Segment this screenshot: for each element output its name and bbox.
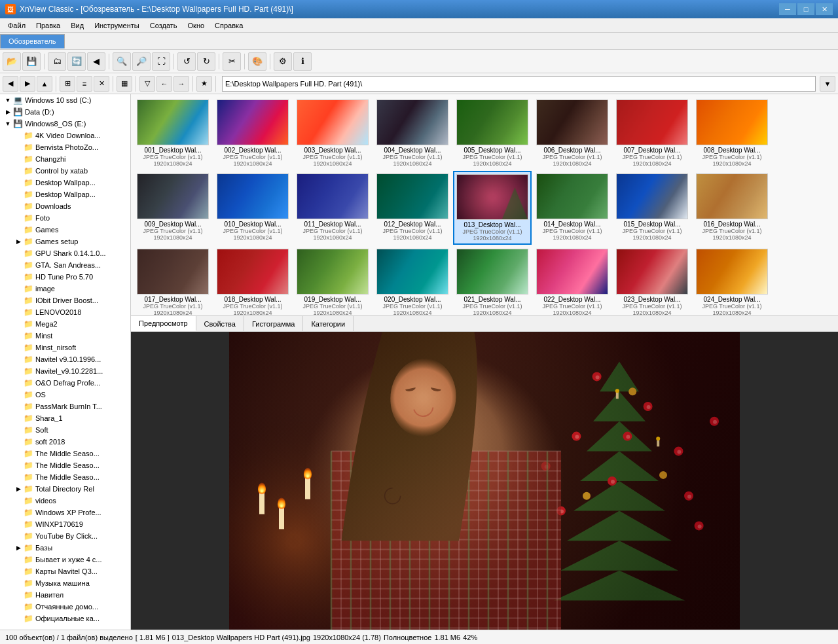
tree-item-20[interactable]: 📁Minst xyxy=(0,330,130,342)
tree-item-4[interactable]: 📁Benvista PhotoZo... xyxy=(0,141,130,153)
tree-item-22[interactable]: 📁Navitel v9.10.1996... xyxy=(0,353,130,365)
tree-item-17[interactable]: 📁IObit Driver Boost... xyxy=(0,295,130,306)
nav-forward-button[interactable]: ▶ xyxy=(20,76,35,92)
tree-item-15[interactable]: 📁HD Tune Pro 5.70 xyxy=(0,271,130,283)
tree-item-36[interactable]: 📁WINXP170619 xyxy=(0,518,130,530)
tree-expander-0[interactable]: ▼ xyxy=(3,95,13,105)
star-button[interactable]: ★ xyxy=(196,76,212,92)
tree-item-24[interactable]: 📁O&O Defrag Profe... xyxy=(0,377,130,389)
tree-item-32[interactable]: 📁The Middle Seaso... xyxy=(0,471,130,483)
thumb-item-5[interactable]: 006_Desktop Wal...JPEG TrueColor (v1.1)1… xyxy=(533,97,611,170)
zoom-out-button[interactable]: 🔎 xyxy=(132,52,151,71)
menu-item-создать[interactable]: Создать xyxy=(145,20,183,31)
tree-expander-1[interactable]: ▶ xyxy=(3,107,13,117)
nav-up-button[interactable]: ▲ xyxy=(37,76,52,92)
tree-item-23[interactable]: 📁Navitel_v9.10.2281... xyxy=(0,365,130,377)
tree-item-28[interactable]: 📁Soft xyxy=(0,424,130,436)
tree-item-26[interactable]: 📁PassMark BurnIn T... xyxy=(0,401,130,412)
thumb-item-1[interactable]: 002_Desktop Wal...JPEG TrueColor (v1.1)1… xyxy=(213,97,292,170)
filter-button[interactable]: ▽ xyxy=(139,76,155,92)
preview-tab-категории[interactable]: Категории xyxy=(303,316,354,331)
tree-item-11[interactable]: 📁Games xyxy=(0,224,130,236)
menu-item-вид[interactable]: Вид xyxy=(65,20,89,31)
tree-item-25[interactable]: 📁OS xyxy=(0,389,130,401)
thumb-item-19[interactable]: 020_Desktop Wal...JPEG TrueColor (v1.1)1… xyxy=(373,246,452,315)
color-button[interactable]: 🎨 xyxy=(248,52,266,71)
thumb-item-3[interactable]: 004_Desktop Wal...JPEG TrueColor (v1.1)1… xyxy=(373,97,452,170)
tree-item-39[interactable]: 📁Бывает и хуже 4 с... xyxy=(0,554,130,565)
tree-item-41[interactable]: 📁Музыка машина xyxy=(0,577,130,589)
tab-Обозреватель[interactable]: Обозреватель xyxy=(0,34,65,48)
tree-item-14[interactable]: 📁GTA. San Andreas... xyxy=(0,259,130,271)
tree-item-35[interactable]: 📁Windows XP Profe... xyxy=(0,507,130,518)
thumb-item-14[interactable]: 015_Desktop Wal...JPEG TrueColor (v1.1)1… xyxy=(613,171,691,245)
tree-item-38[interactable]: ▶📁Базы xyxy=(0,542,130,554)
tree-item-5[interactable]: 📁Changzhi xyxy=(0,153,130,165)
tree-item-40[interactable]: 📁Карты Navitel Q3... xyxy=(0,565,130,577)
view-list-button[interactable]: ≡ xyxy=(77,76,92,92)
thumb-item-12[interactable]: 013_Desktop Wal...JPEG TrueColor (v1.1)1… xyxy=(453,171,532,245)
tree-item-42[interactable]: 📁Навител xyxy=(0,589,130,601)
tree-item-10[interactable]: 📁Foto xyxy=(0,212,130,224)
tree-item-7[interactable]: 📁Desktop Wallpap... xyxy=(0,177,130,188)
thumb-item-0[interactable]: 001_Desktop Wal...JPEG TrueColor (v1.1)1… xyxy=(134,97,212,170)
tree-item-2[interactable]: ▼💾Windows8_OS (E:) xyxy=(0,118,130,130)
tree-item-0[interactable]: ▼💻Windows 10 ssd (C:) xyxy=(0,94,130,106)
settings-button[interactable]: ⚙ xyxy=(274,52,292,71)
thumb-item-20[interactable]: 021_Desktop Wal...JPEG TrueColor (v1.1)1… xyxy=(453,246,532,315)
back-button[interactable]: ◀ xyxy=(87,52,105,71)
thumb-item-2[interactable]: 003_Desktop Wal...JPEG TrueColor (v1.1)1… xyxy=(293,97,372,170)
preview-tab-свойства[interactable]: Свойства xyxy=(196,316,244,331)
thumb-item-15[interactable]: 016_Desktop Wal...JPEG TrueColor (v1.1)1… xyxy=(693,171,771,245)
preview-tab-гистограмма[interactable]: Гистограмма xyxy=(244,316,304,331)
menu-item-справка[interactable]: Справка xyxy=(210,20,248,31)
tree-item-6[interactable]: 📁Control by xatab xyxy=(0,165,130,177)
menu-item-окно[interactable]: Окно xyxy=(183,20,210,31)
maximize-button[interactable]: □ xyxy=(797,3,814,15)
tree-item-18[interactable]: 📁LENOVO2018 xyxy=(0,306,130,318)
nav-back-button[interactable]: ◀ xyxy=(3,76,18,92)
tree-item-31[interactable]: 📁The Middle Seaso... xyxy=(0,459,130,471)
save-button[interactable]: 💾 xyxy=(22,52,41,71)
tree-item-19[interactable]: 📁Mega2 xyxy=(0,318,130,330)
tree-expander-33[interactable]: ▶ xyxy=(13,484,24,494)
menu-item-правка[interactable]: Правка xyxy=(31,20,65,31)
tree-item-9[interactable]: 📁Downloads xyxy=(0,200,130,212)
tree-item-13[interactable]: 📁GPU Shark 0.14.1.0... xyxy=(0,247,130,259)
nav-thumb-size[interactable]: ▦ xyxy=(117,76,132,92)
tree-item-16[interactable]: 📁image xyxy=(0,283,130,295)
tree-item-8[interactable]: 📁Desktop Wallpap... xyxy=(0,188,130,200)
nav-prev-button[interactable]: ← xyxy=(156,76,172,92)
tree-item-43[interactable]: 📁Отчаянные домо... xyxy=(0,601,130,613)
thumb-item-18[interactable]: 019_Desktop Wal...JPEG TrueColor (v1.1)1… xyxy=(293,246,372,315)
menu-item-инструменты[interactable]: Инструменты xyxy=(89,20,145,31)
refresh-button[interactable]: 🔄 xyxy=(67,52,86,71)
open-button[interactable]: 📂 xyxy=(3,52,21,71)
zoom-in-button[interactable]: 🔍 xyxy=(113,52,131,71)
tree-item-1[interactable]: ▶💾Data (D:) xyxy=(0,106,130,118)
rotate-right-button[interactable]: ↻ xyxy=(197,52,215,71)
rotate-left-button[interactable]: ↺ xyxy=(177,52,196,71)
minimize-button[interactable]: ─ xyxy=(779,3,796,15)
thumb-item-23[interactable]: 024_Desktop Wal...JPEG TrueColor (v1.1)1… xyxy=(693,246,771,315)
tree-item-34[interactable]: 📁videos xyxy=(0,495,130,507)
tree-expander-2[interactable]: ▼ xyxy=(3,118,13,129)
preview-tab-предпросмотр[interactable]: Предпросмотр xyxy=(131,316,196,331)
menu-item-файл[interactable]: Файл xyxy=(3,20,31,31)
thumb-item-6[interactable]: 007_Desktop Wal...JPEG TrueColor (v1.1)1… xyxy=(613,97,691,170)
info-button[interactable]: ℹ xyxy=(293,52,312,71)
tree-item-29[interactable]: 📁soft 2018 xyxy=(0,436,130,448)
thumb-item-16[interactable]: 017_Desktop Wal...JPEG TrueColor (v1.1)1… xyxy=(134,246,212,315)
thumb-item-10[interactable]: 011_Desktop Wal...JPEG TrueColor (v1.1)1… xyxy=(293,171,372,245)
thumb-item-11[interactable]: 012_Desktop Wal...JPEG TrueColor (v1.1)1… xyxy=(373,171,452,245)
thumb-item-21[interactable]: 022_Desktop Wal...JPEG TrueColor (v1.1)1… xyxy=(533,246,611,315)
thumb-item-17[interactable]: 018_Desktop Wal...JPEG TrueColor (v1.1)1… xyxy=(213,246,292,315)
thumb-item-22[interactable]: 023_Desktop Wal...JPEG TrueColor (v1.1)1… xyxy=(613,246,691,315)
sidebar[interactable]: ▼💻Windows 10 ssd (C:)▶💾Data (D:)▼💾Window… xyxy=(0,94,131,630)
thumb-item-7[interactable]: 008_Desktop Wal...JPEG TrueColor (v1.1)1… xyxy=(693,97,771,170)
tree-item-3[interactable]: 📁4K Video Downloa... xyxy=(0,130,130,141)
full-screen-button[interactable]: ⛶ xyxy=(152,52,170,71)
tree-expander-12[interactable]: ▶ xyxy=(13,236,24,247)
tree-expander-38[interactable]: ▶ xyxy=(13,543,24,553)
view-grid-button[interactable]: ⊞ xyxy=(60,76,75,92)
